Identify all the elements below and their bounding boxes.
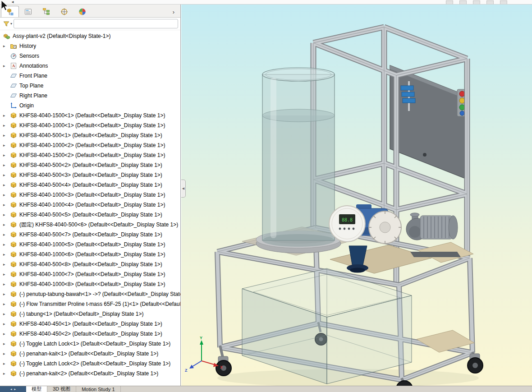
funnel-dropdown-caret-icon: ▾ xyxy=(10,22,12,26)
tree-item[interactable]: ▸(-) Toggle Latch Lock<2> (Default<<Defa… xyxy=(0,359,180,369)
tree-item[interactable]: ▸KHFS8-4040-1000<7> (Default<<Default>_D… xyxy=(0,269,180,279)
tree-item[interactable]: ▸KHFS8-4040-500<7> (Default<<Default>_Di… xyxy=(0,230,180,240)
expand-arrow-icon[interactable]: ▸ xyxy=(3,143,10,148)
tree-item[interactable]: ▸(-) penahan-kait<2> (Default<<Default>_… xyxy=(0,369,180,378)
model-3d-view[interactable]: 88.8 Y X xyxy=(181,5,532,386)
tree-item[interactable]: ▸(-) Toggle Latch Lock<1> (Default<<Defa… xyxy=(0,339,180,349)
expand-arrow-icon[interactable]: ▸ xyxy=(3,282,10,286)
tree-item[interactable]: ▸KHFS8-4040-1000<5> (Default<<Default>_D… xyxy=(0,240,180,249)
top-toolbar-strip: ◄ xyxy=(0,0,532,5)
part-icon xyxy=(10,211,18,218)
tree-item[interactable]: ▸KHFS8-4040-1500<2> (Default<<Default>_D… xyxy=(0,150,180,160)
tree-item[interactable]: ▸KHFS8-4040-500<1> (Default<<Default>_Di… xyxy=(0,130,180,140)
caster-back-right[interactable] xyxy=(468,352,483,373)
featuremanager-tree-icon xyxy=(6,8,14,16)
tree-item-label: KHFS8-4040-1000<5> (Default<<Default>_Di… xyxy=(19,241,165,248)
tree-item[interactable]: ▸(-) tabung<1> (Default<<Default>_Displa… xyxy=(0,309,180,319)
tree-item[interactable]: ▸KHFS8-4040-1000<1> (Default<<Default>_D… xyxy=(0,120,180,130)
tree-item[interactable]: Sensors xyxy=(0,51,180,61)
part-icon xyxy=(10,241,18,248)
tree-item-label: KHFS8-4040-500<8> (Default<<Default>_Dis… xyxy=(19,261,162,267)
tree-item[interactable]: Top Plane xyxy=(0,81,180,91)
expand-arrow-icon[interactable]: ▸ xyxy=(3,272,10,277)
tree-item[interactable]: ▸(-) penahan-kait<1> (Default<<Default>_… xyxy=(0,349,180,359)
tree-item[interactable]: ▸KHFS8-4040-1500<1> (Default<<Default>_D… xyxy=(0,111,180,120)
expand-arrow-icon[interactable]: ▸ xyxy=(3,292,10,296)
tab-nav-next-icon[interactable]: ▸ xyxy=(14,387,16,391)
expand-arrow-icon[interactable]: ▸ xyxy=(3,262,10,267)
expand-arrow-icon[interactable]: ▸ xyxy=(3,222,10,227)
expand-arrow-icon[interactable]: ▸ xyxy=(3,361,10,366)
expand-arrow-icon[interactable]: ▸ xyxy=(3,252,10,257)
graphics-viewport[interactable]: 88.8 Y X xyxy=(181,5,532,386)
tree-item[interactable]: ▸KHFS8-4040-1000<4> (Default<<Default>_D… xyxy=(0,200,180,210)
triad-z-label: Z xyxy=(185,368,188,373)
tab-nav-prev-icon[interactable]: ◂ xyxy=(10,387,12,391)
tree-item[interactable]: ▸KHFS8-4040-1000<3> (Default<<Default>_D… xyxy=(0,190,180,200)
expand-arrow-icon[interactable]: ▸ xyxy=(3,312,10,316)
tree-item[interactable]: ▸KHFS8-4040-450<1> (Default<<Default>_Di… xyxy=(0,319,180,329)
panel-collapse-handle[interactable]: ◀ xyxy=(181,180,186,198)
panel-tab-configurationmanager[interactable] xyxy=(37,6,55,17)
model-reservoir-tank[interactable] xyxy=(242,268,412,384)
tree-item[interactable]: ▸(-) Flow Transmitter Proline t-mass 65F… xyxy=(0,299,180,309)
expand-arrow-icon[interactable]: ▸ xyxy=(3,371,10,376)
tree-root-item[interactable]: Assy-plant-v2 (Default<Display State-1>) xyxy=(0,31,180,41)
tree-item[interactable]: ▸History xyxy=(0,41,180,51)
tree-item[interactable]: ▸KHFS8-4040-1000<6> (Default<<Default>_D… xyxy=(0,249,180,259)
expand-arrow-icon[interactable]: ▸ xyxy=(3,302,10,306)
expand-arrow-icon[interactable]: ▸ xyxy=(3,44,10,48)
tree-item[interactable]: ▸KHFS8-4040-1000<2> (Default<<Default>_D… xyxy=(0,140,180,150)
expand-arrow-icon[interactable]: ▸ xyxy=(3,341,10,346)
panel-tab-displaymanager[interactable] xyxy=(73,6,91,17)
tree-item[interactable]: ▸KHFS8-4040-500<4> (Default<<Default>_Di… xyxy=(0,180,180,190)
filter-funnel-button[interactable]: ▾ xyxy=(3,20,12,28)
tree-item[interactable]: ▸KHFS8-4040-500<2> (Default<<Default>_Di… xyxy=(0,160,180,170)
tree-item-label: KHFS8-4040-500<2> (Default<<Default>_Dis… xyxy=(19,162,162,168)
tree-item[interactable]: Front Plane xyxy=(0,71,180,81)
expand-arrow-icon[interactable]: ▸ xyxy=(3,64,10,68)
tree-item[interactable]: ▸KHFS8-4040-500<3> (Default<<Default>_Di… xyxy=(0,170,180,180)
expand-arrow-icon[interactable]: ▸ xyxy=(3,232,10,237)
expand-arrow-icon[interactable]: ▸ xyxy=(3,322,10,326)
tree-item[interactable]: Origin xyxy=(0,101,180,111)
expand-arrow-icon[interactable]: ▸ xyxy=(3,183,10,187)
expand-arrow-icon[interactable]: ▸ xyxy=(3,203,10,207)
tree-item[interactable]: ▸KHFS8-4040-500<8> (Default<<Default>_Di… xyxy=(0,259,180,269)
tab-overflow-chevron-icon[interactable]: › xyxy=(173,9,179,17)
tree-item[interactable]: ▸KHFS8-4040-1000<8> (Default<<Default>_D… xyxy=(0,279,180,289)
expand-arrow-icon[interactable]: ▸ xyxy=(3,332,10,336)
expand-arrow-icon[interactable]: ▸ xyxy=(3,153,10,157)
displaymanager-icon xyxy=(78,8,87,16)
expand-arrow-icon[interactable]: ▸ xyxy=(3,123,10,128)
tree-item[interactable]: ▸(固定) KHFS8-4040-500<6> (Default<<Defaul… xyxy=(0,220,180,230)
back-arrow-icon[interactable]: ◄ xyxy=(11,0,14,4)
tree-item[interactable]: ▸AAnnotations xyxy=(0,61,180,71)
expand-arrow-icon[interactable]: ▸ xyxy=(3,242,10,247)
tree-item[interactable]: ▸KHFS8-4040-450<2> (Default<<Default>_Di… xyxy=(0,329,180,339)
expand-arrow-icon[interactable]: ▸ xyxy=(3,351,10,356)
sheet-tab-nav[interactable]: ◂ ▸ xyxy=(0,386,26,392)
expand-arrow-icon[interactable]: ▸ xyxy=(3,113,10,118)
tree-item[interactable]: ▸KHFS8-4040-500<5> (Default<<Default>_Di… xyxy=(0,210,180,220)
model-cylinder-tank[interactable] xyxy=(256,68,341,253)
part-icon xyxy=(10,112,18,119)
tree-item[interactable]: ▸(-) penutup-tabung-bawah<1> ->? (Defaul… xyxy=(0,289,180,299)
panel-tab-featuremanager-tree[interactable] xyxy=(1,6,19,17)
expand-arrow-icon[interactable]: ▸ xyxy=(3,212,10,217)
panel-tab-propertymanager[interactable] xyxy=(19,6,37,17)
part-icon xyxy=(10,152,18,159)
tree-item-label: History xyxy=(19,43,36,49)
tree-item[interactable]: Right Plane xyxy=(0,91,180,101)
statusbar-tab-2[interactable]: 3D 视图 xyxy=(47,386,76,392)
expand-arrow-icon[interactable]: ▸ xyxy=(3,193,10,197)
expand-arrow-icon[interactable]: ▸ xyxy=(3,173,10,177)
statusbar-tab-1[interactable]: 模型 xyxy=(26,386,47,392)
panel-tab-dimxpertmanager[interactable] xyxy=(55,6,73,17)
statusbar-tab-3[interactable]: Motion Study 1 xyxy=(76,386,120,392)
expand-arrow-icon[interactable]: ▸ xyxy=(3,163,10,167)
tree-filter-input[interactable] xyxy=(14,19,178,28)
expand-arrow-icon[interactable]: ▸ xyxy=(3,133,10,138)
model-control-panel[interactable] xyxy=(390,65,467,178)
part-icon xyxy=(10,261,18,268)
